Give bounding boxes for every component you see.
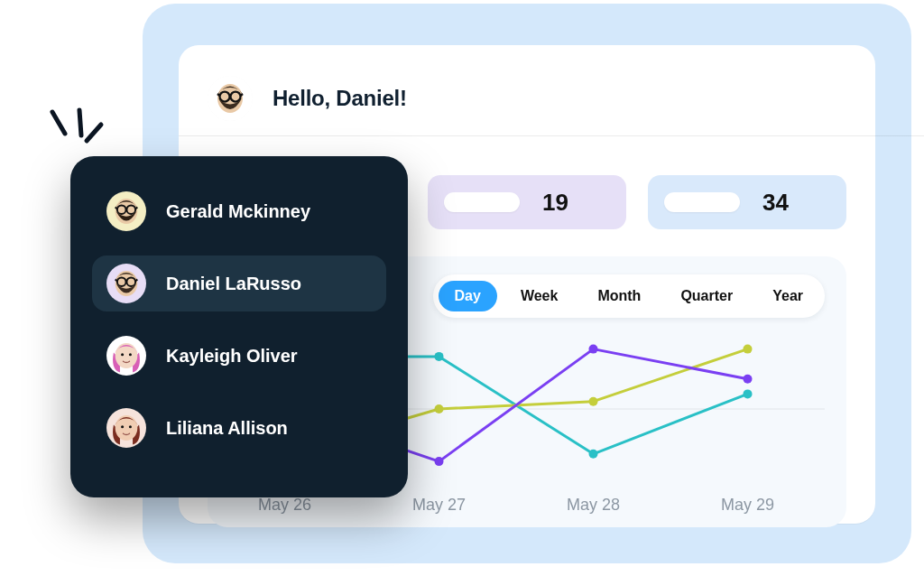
svg-point-16 — [744, 375, 753, 384]
svg-point-27 — [121, 353, 124, 356]
person-item[interactable]: Liliana Allison — [92, 400, 386, 456]
people-picker: Gerald Mckinney Daniel LaRusso Kayleigh … — [70, 156, 408, 497]
stat-value: 34 — [753, 189, 789, 217]
person-item[interactable]: Daniel LaRusso — [92, 255, 386, 311]
x-tick: May 29 — [694, 496, 802, 515]
svg-point-30 — [116, 415, 138, 441]
greeting-header: Hello, Daniel! — [208, 70, 846, 126]
person-name: Daniel LaRusso — [166, 274, 301, 294]
range-seg-week[interactable]: Week — [504, 281, 575, 311]
person-item[interactable]: Kayleigh Oliver — [92, 328, 386, 384]
stat-value: 19 — [532, 189, 568, 217]
svg-point-28 — [129, 353, 132, 356]
range-seg-month[interactable]: Month — [581, 281, 657, 311]
range-seg-year[interactable]: Year — [756, 281, 819, 311]
svg-point-10 — [435, 404, 444, 413]
stat-card-2[interactable]: 19 — [428, 175, 626, 229]
person-avatar — [106, 336, 146, 376]
stat-chip — [664, 192, 740, 212]
person-avatar — [106, 408, 146, 448]
x-tick: May 28 — [540, 496, 648, 515]
header-divider — [179, 135, 924, 136]
person-avatar — [106, 264, 146, 303]
stat-card-3[interactable]: 34 — [648, 175, 846, 229]
svg-point-11 — [589, 397, 598, 406]
svg-point-15 — [589, 345, 598, 354]
person-name: Kayleigh Oliver — [166, 346, 298, 367]
x-tick: May 26 — [231, 496, 339, 515]
greeting-text: Hello, Daniel! — [273, 86, 407, 111]
range-seg-day[interactable]: Day — [439, 281, 497, 311]
svg-point-26 — [116, 343, 138, 368]
range-seg-quarter[interactable]: Quarter — [664, 281, 749, 311]
person-name: Gerald Mckinney — [166, 201, 310, 222]
person-item[interactable]: Gerald Mckinney — [92, 183, 386, 239]
svg-point-8 — [744, 389, 753, 398]
x-tick: May 27 — [385, 496, 494, 515]
svg-point-7 — [589, 450, 598, 459]
spark-decoration-icon — [36, 103, 108, 175]
user-avatar[interactable] — [208, 76, 253, 121]
person-avatar — [106, 191, 146, 231]
chart-x-axis: May 26May 27May 28May 29 — [208, 496, 825, 515]
range-segmented-control[interactable]: DayWeekMonthQuarterYear — [433, 274, 825, 318]
stat-chip — [444, 192, 520, 212]
svg-point-14 — [435, 457, 444, 466]
svg-point-31 — [121, 425, 124, 428]
svg-point-12 — [744, 345, 753, 354]
person-name: Liliana Allison — [166, 418, 288, 439]
svg-point-6 — [435, 352, 444, 361]
svg-point-32 — [129, 425, 132, 428]
